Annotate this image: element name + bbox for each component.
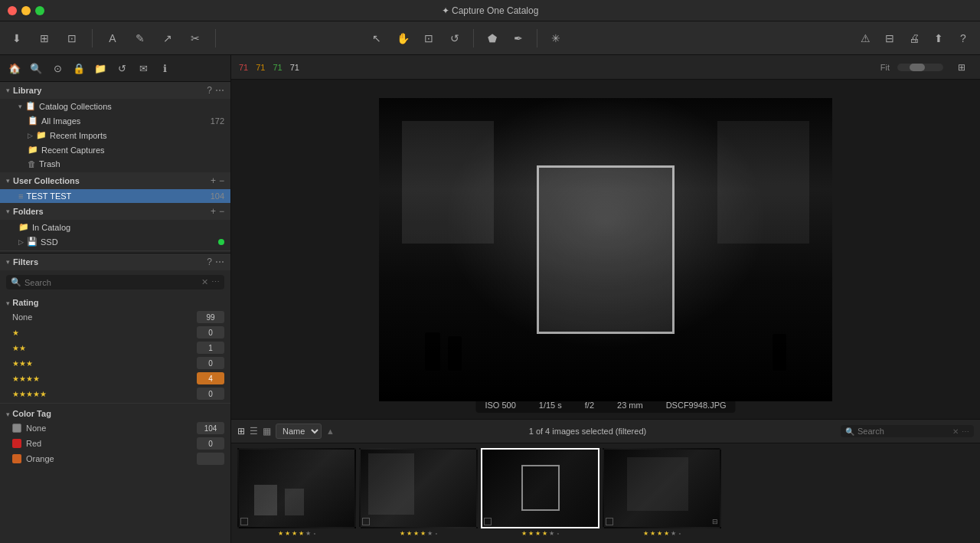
process-btn[interactable]: ✳ [545,28,567,49]
filmstrip-list-view[interactable]: ☰ [250,426,258,437]
export-btn2[interactable]: ⊡ [61,28,83,49]
catalog-chevron: ▾ [18,103,22,110]
zoom-slider[interactable] [897,64,943,71]
filmstrip-thumb-2[interactable]: ★ ★ ★ ★ ★ • [359,448,478,538]
ssd-item[interactable]: ▷ 💾 SSD [0,234,230,249]
filmstrip-search-options[interactable]: ⋯ [962,427,969,436]
rating-4star-row[interactable]: ★★★★ 4 [0,371,230,386]
all-images-count: 172 [211,116,224,126]
sidebar-tab-history[interactable]: ↺ [113,60,130,77]
import-button[interactable]: ⬇ [6,28,28,49]
user-col-add-btn[interactable]: + [211,175,216,186]
sidebar-tab-filter[interactable]: ⊙ [49,60,66,77]
arrow-tool[interactable]: ↗ [157,28,178,49]
rating-1star-row[interactable]: ★ 0 [0,325,230,340]
trash-item[interactable]: 🗑 Trash [0,157,230,171]
thumb-checkbox-4[interactable] [606,518,613,525]
draw-tool[interactable]: ✎ [129,28,151,49]
search-input[interactable] [24,278,198,287]
filters-section-header[interactable]: ▾ Filters ? ⋯ [0,254,230,270]
recent-imports-chevron: ▷ [28,132,33,139]
maximize-button[interactable] [35,6,44,15]
user-col-remove-btn[interactable]: − [219,175,224,186]
catalog-icon: 📋 [25,101,36,111]
test-test-item[interactable]: ≡ TEST TEST 104 [0,189,230,203]
all-images-item[interactable]: 📋 All Images 172 [0,113,230,128]
crop-tool2[interactable]: ⊡ [418,28,439,49]
viewer-options-btn[interactable]: ⊞ [951,57,972,78]
folders-header[interactable]: ▾ Folders + − [0,203,230,220]
crop-tool[interactable]: ✂ [185,28,206,49]
filmstrip-search-input[interactable] [858,427,949,436]
user-col-actions: + − [211,175,224,186]
fit-label: Fit [880,63,890,72]
sidebar-tab-library[interactable]: 🏠 [6,60,23,77]
filters-help-btn[interactable]: ? [207,257,212,267]
search-icon: 🔍 [11,277,21,287]
color-tag-orange-label: Orange [26,454,192,463]
thumb-checkbox-3[interactable] [484,518,492,525]
filters-chevron: ▾ [6,258,10,266]
filmstrip-grid-view[interactable]: ⊞ [237,426,245,437]
rating-2star-row[interactable]: ★★ 1 [0,340,230,355]
color-tool[interactable]: ⬟ [482,28,503,49]
toolbar-sep4 [537,29,537,47]
cursor-tool[interactable]: ↖ [366,28,387,49]
filmstrip-thumb-4[interactable]: ⊟ ★ ★ ★ ★ ★ • [603,448,721,538]
thumb-checkbox-1[interactable] [240,518,248,525]
export-button[interactable]: ⊞ [34,28,55,49]
library-more-btn[interactable]: ⋯ [215,85,224,96]
filmstrip-color-view[interactable]: ▦ [263,426,271,437]
recent-captures-item[interactable]: 📁 Recent Captures [0,142,230,157]
filmstrip-thumb-1[interactable]: ★ ★ ★ ★ ★ • [237,448,356,538]
color-tag-red-row[interactable]: Red 0 [0,436,230,451]
help-btn[interactable]: ? [952,28,974,49]
pan-tool[interactable]: ✋ [392,28,413,49]
compare-btn[interactable]: ⊟ [879,28,900,49]
sidebar-tab-search[interactable]: 🔍 [28,60,44,77]
catalog-collections-header[interactable]: ▾ 📋 Catalog Collections [0,99,230,113]
folders-remove-btn[interactable]: − [219,206,224,217]
search-options-icon[interactable]: ⋯ [211,277,220,287]
sort-direction-icon[interactable]: ▲ [326,427,335,436]
close-button[interactable] [8,6,17,15]
stamp-tool[interactable]: ✒ [508,28,529,49]
print-btn[interactable]: 🖨 [903,28,925,49]
rating-3star-row[interactable]: ★★★ 0 [0,355,230,371]
library-help-btn[interactable]: ? [207,85,212,96]
zoom-handle[interactable] [910,64,925,71]
share-btn[interactable]: ⬆ [928,28,949,49]
sort-dropdown[interactable]: Name [276,424,322,439]
recent-imports-item[interactable]: ▷ 📁 Recent Imports [0,128,230,142]
sidebar-tab-info[interactable]: ℹ [156,60,173,77]
rating-none-row[interactable]: None 99 [0,309,230,325]
sidebar-tab-folder[interactable]: 📁 [92,60,109,77]
user-collections-header[interactable]: ▾ User Collections + − [0,172,230,189]
color-tag-none-row[interactable]: None 104 [0,420,230,436]
color-tag-header[interactable]: ▾ Color Tag [0,405,230,420]
filters-more-btn[interactable]: ⋯ [215,257,224,267]
rating-5star-badge: 0 [197,388,224,400]
image-viewer[interactable]: ISO 500 1/15 s f/2 23 mm DSCF9948.JPG [231,80,980,419]
filmstrip-search-clear[interactable]: ✕ [952,427,959,436]
in-catalog-label: In Catalog [32,223,224,232]
color-tag-orange-row[interactable]: Orange [0,451,230,466]
sidebar-tab-mail[interactable]: ✉ [135,60,152,77]
library-section-header[interactable]: ▾ Library ? ⋯ [0,82,230,99]
toolbar-sep1 [92,29,93,47]
rotate-tool[interactable]: ↺ [444,28,466,49]
rating-5star-row[interactable]: ★★★★★ 0 [0,386,230,401]
toolbar-right: ⚠ ⊟ 🖨 ⬆ ? [854,28,974,49]
text-tool[interactable]: A [102,28,123,49]
sidebar-tab-lock[interactable]: 🔒 [70,60,87,77]
in-catalog-item[interactable]: 📁 In Catalog [0,220,230,234]
search-clear-icon[interactable]: ✕ [201,277,208,287]
filmstrip-search-icon: 🔍 [845,427,854,436]
rating-section-header[interactable]: ▾ Rating [0,294,230,309]
thumb-checkbox-2[interactable] [362,518,370,525]
sidebar: 🏠 🔍 ⊙ 🔒 📁 ↺ ✉ ℹ ▾ Library ? ⋯ ▾ 📋 Catalo… [0,55,231,543]
minimize-button[interactable] [21,6,31,15]
warning-btn[interactable]: ⚠ [854,28,876,49]
folders-add-btn[interactable]: + [211,206,216,217]
filmstrip-thumb-3[interactable]: ★ ★ ★ ★ ★ • [481,448,599,538]
